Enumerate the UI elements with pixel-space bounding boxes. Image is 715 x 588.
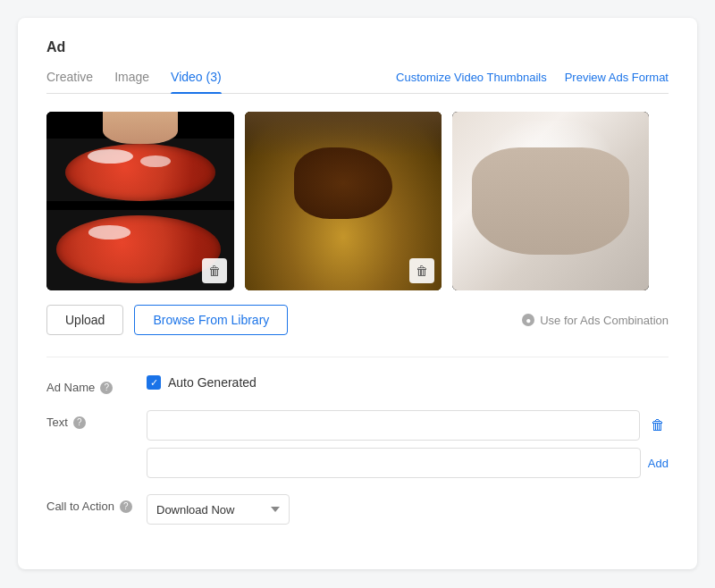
video-card-1: 🗑 — [46, 112, 234, 290]
flour-bg — [452, 112, 649, 290]
ads-combination-label: Use for Ads Combination — [540, 314, 669, 327]
text-input-2[interactable] — [147, 448, 641, 478]
call-to-action-content: Download Now Learn More Sign Up Shop Now… — [147, 494, 669, 525]
ad-name-content: Auto Generated — [147, 375, 669, 390]
video-inner-3 — [452, 112, 649, 290]
ad-name-info-icon: ? — [100, 382, 113, 394]
browse-library-button[interactable]: Browse From Library — [134, 305, 288, 335]
tab-video[interactable]: Video (3) — [171, 70, 222, 93]
auto-generated-checkbox-label[interactable]: Auto Generated — [147, 375, 257, 390]
ad-name-row: Ad Name ? Auto Generated — [46, 375, 669, 394]
add-text-button[interactable]: Add — [648, 457, 669, 470]
divider — [46, 357, 669, 357]
upload-row: Upload Browse From Library ● Use for Ads… — [46, 305, 669, 335]
auto-generated-checkbox[interactable] — [147, 375, 161, 390]
call-to-action-select[interactable]: Download Now Learn More Sign Up Shop Now… — [147, 494, 290, 525]
call-to-action-info-icon: ? — [120, 500, 132, 513]
text-row: Text ? 🗑 Add — [46, 410, 669, 478]
video-card-2: 🗑 — [245, 112, 442, 290]
video-card-3 — [452, 112, 649, 290]
page-container: Ad Creative Image Video (3) Customize Vi… — [18, 18, 697, 569]
pizza-top — [65, 144, 215, 201]
delete-text-1-button[interactable]: 🗑 — [647, 414, 669, 437]
call-to-action-label: Call to Action ? — [46, 494, 136, 513]
tab-creative[interactable]: Creative — [46, 70, 93, 93]
text-field-row-1: 🗑 — [147, 410, 669, 441]
tabs-row: Creative Image Video (3) Customize Video… — [46, 70, 669, 94]
text-label: Text ? — [46, 410, 136, 429]
tabs-right: Customize Video Thumbnails Preview Ads F… — [396, 71, 669, 93]
page-title: Ad — [46, 39, 669, 55]
ads-combination-info-icon: ● — [522, 314, 534, 326]
text-fields-col: 🗑 Add — [147, 410, 669, 478]
hand-top — [103, 112, 178, 144]
customize-thumbnails-link[interactable]: Customize Video Thumbnails — [396, 71, 547, 84]
video-row: 🗑 🗑 — [46, 112, 669, 290]
tabs-left: Creative Image Video (3) — [46, 70, 396, 93]
delete-video-1-button[interactable]: 🗑 — [202, 258, 227, 283]
ads-combination: ● Use for Ads Combination — [522, 314, 669, 327]
text-info-icon: ? — [73, 416, 86, 429]
pizza-bottom — [56, 215, 222, 283]
tab-image[interactable]: Image — [114, 70, 149, 93]
flour-hands — [472, 147, 629, 255]
delete-video-2-button[interactable]: 🗑 — [409, 258, 434, 283]
text-input-1[interactable] — [147, 410, 640, 441]
preview-ads-link[interactable]: Preview Ads Format — [565, 71, 669, 84]
call-to-action-row: Call to Action ? Download Now Learn More… — [46, 494, 669, 525]
upload-button[interactable]: Upload — [46, 305, 123, 335]
text-field-row-2: Add — [147, 448, 669, 478]
ad-name-label: Ad Name ? — [46, 375, 136, 394]
